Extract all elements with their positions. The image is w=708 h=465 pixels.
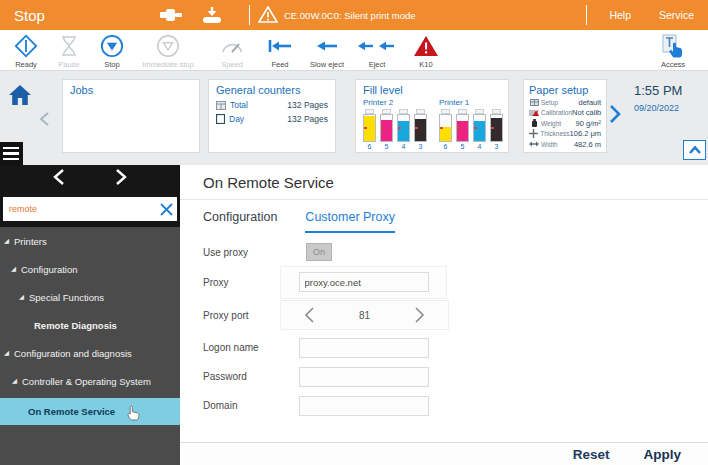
domain-input[interactable] bbox=[299, 396, 429, 416]
chevron-up-icon bbox=[688, 141, 702, 159]
service-button[interactable]: Service bbox=[659, 9, 694, 21]
sidebar-item-controller-operating-system[interactable]: ◢Controller & Operating System bbox=[0, 367, 180, 395]
stop-circle-icon bbox=[100, 34, 124, 58]
printer-2-tanks: Printer 2 6 5 4 3 bbox=[363, 98, 427, 150]
paper-setup-card[interactable]: Paper setup Setup default Calibration No… bbox=[523, 79, 607, 153]
home-icon[interactable] bbox=[8, 84, 32, 110]
time-display: 1:55 PM bbox=[634, 83, 682, 98]
help-button[interactable]: Help bbox=[609, 9, 631, 21]
tab-bar: Configuration Customer Proxy bbox=[180, 200, 708, 233]
proxy-input[interactable] bbox=[299, 272, 429, 292]
left-arrow-icon bbox=[315, 34, 339, 58]
collapse-dashboard-button[interactable] bbox=[683, 140, 706, 160]
warning-banner[interactable]: CE.00W.0C0: Silent print mode bbox=[258, 6, 415, 25]
thickness-icon bbox=[529, 129, 538, 138]
clear-search-icon[interactable] bbox=[155, 203, 177, 216]
ink-tank-cyan: 4 bbox=[473, 109, 486, 150]
access-button[interactable]: Access bbox=[648, 34, 698, 69]
paper-row-thickness: Thickness 106.2 μm bbox=[529, 129, 601, 138]
tree-expand-icon: ◢ bbox=[11, 265, 16, 273]
search-input[interactable] bbox=[3, 204, 155, 214]
day-counter-icon bbox=[216, 114, 225, 124]
ink-tank-magenta: 5 bbox=[456, 109, 469, 150]
decrement-chevron-icon[interactable] bbox=[303, 306, 315, 324]
proxy-field-panel bbox=[280, 266, 447, 299]
calibration-alert-icon bbox=[529, 109, 539, 117]
sidebar-item-configuration-and-diagnosis[interactable]: ◢Configuration and diagnosis bbox=[0, 339, 180, 367]
stop-button[interactable]: Stop bbox=[92, 34, 132, 69]
tree-expand-icon: ◢ bbox=[4, 237, 9, 245]
proxy-label: Proxy bbox=[203, 277, 280, 288]
scroll-right-chevron-icon[interactable] bbox=[608, 104, 621, 128]
ready-button[interactable]: Ready bbox=[6, 34, 46, 69]
access-hand-icon bbox=[661, 34, 685, 58]
sidebar-search-area bbox=[0, 193, 180, 227]
immediate-stop-button[interactable]: Immediate stop bbox=[132, 34, 204, 69]
tab-configuration[interactable]: Configuration bbox=[203, 210, 277, 233]
k10-alert-button[interactable]: K10 bbox=[400, 34, 452, 69]
scroll-left-chevron-icon[interactable] bbox=[38, 111, 50, 131]
warning-message: CE.00W.0C0: Silent print mode bbox=[284, 10, 415, 21]
use-proxy-label: Use proxy bbox=[203, 247, 280, 258]
topbar-divider bbox=[249, 5, 250, 25]
logon-name-label: Logon name bbox=[203, 342, 280, 353]
use-proxy-toggle[interactable]: On bbox=[306, 243, 332, 261]
feed-button[interactable]: Feed bbox=[260, 34, 300, 69]
sidebar-item-on-remote-service[interactable]: On Remote Service bbox=[0, 398, 180, 425]
form-row-logon-name: Logon name bbox=[203, 333, 708, 362]
sidebar-item-printers[interactable]: ◢Printers bbox=[0, 227, 180, 255]
jobs-card[interactable]: Jobs bbox=[62, 79, 200, 153]
ink-tank-black: 3 bbox=[414, 109, 427, 150]
printer-action-toolbar: Ready Pause Stop Immediate stop Speed bbox=[0, 30, 708, 71]
tab-customer-proxy[interactable]: Customer Proxy bbox=[305, 210, 395, 233]
nav-back-chevron-icon[interactable] bbox=[52, 168, 66, 190]
ink-tank-yellow: 6 bbox=[363, 109, 376, 150]
slow-eject-button[interactable]: Slow eject bbox=[300, 34, 354, 69]
immediate-stop-circle-icon bbox=[156, 34, 180, 58]
navigation-tree: ◢Printers ◢Configuration ◢Special Functi… bbox=[0, 227, 180, 425]
fill-level-title: Fill level bbox=[363, 84, 501, 96]
top-status-bar: Stop CE.00W.0C0: Silent print mode Help … bbox=[0, 0, 708, 30]
printer-control-screen: Stop CE.00W.0C0: Silent print mode Help … bbox=[0, 0, 708, 465]
increment-chevron-icon[interactable] bbox=[414, 306, 426, 324]
weight-icon bbox=[529, 119, 539, 127]
connector-icon[interactable] bbox=[159, 7, 183, 23]
sidebar-item-configuration[interactable]: ◢Configuration bbox=[0, 255, 180, 283]
speed-button[interactable]: Speed bbox=[204, 34, 260, 69]
pause-button[interactable]: Pause bbox=[46, 34, 92, 69]
machine-status-label: Stop bbox=[14, 7, 159, 24]
page-title: On Remote Service bbox=[180, 165, 708, 199]
speed-gauge-icon bbox=[220, 34, 244, 58]
grid-icon bbox=[529, 99, 539, 106]
ready-diamond-icon bbox=[14, 34, 38, 58]
tree-expand-icon: ◢ bbox=[4, 349, 9, 357]
hourglass-icon bbox=[59, 34, 79, 58]
download-tray-icon[interactable] bbox=[201, 7, 223, 24]
paper-setup-title: Paper setup bbox=[529, 84, 601, 96]
logon-name-input[interactable] bbox=[299, 338, 429, 358]
proxy-port-value[interactable]: 81 bbox=[359, 310, 370, 321]
apply-button[interactable]: Apply bbox=[643, 447, 681, 462]
printer-1-tanks: Printer 1 6 5 4 3 bbox=[439, 98, 503, 150]
ink-tank-magenta: 5 bbox=[380, 109, 393, 150]
reset-button[interactable]: Reset bbox=[573, 447, 610, 462]
paper-row-setup: Setup default bbox=[529, 98, 601, 107]
ink-tank-yellow: 6 bbox=[439, 109, 452, 150]
paper-row-calibration: Calibration Not calib bbox=[529, 108, 601, 117]
hand-cursor-icon bbox=[126, 404, 141, 423]
sidebar-item-special-functions[interactable]: ◢Special Functions bbox=[0, 283, 180, 311]
menu-hamburger-button[interactable] bbox=[0, 142, 23, 165]
general-counters-title: General counters bbox=[216, 84, 328, 96]
general-counters-card[interactable]: General counters Total 132 Pages Day 132… bbox=[208, 79, 336, 153]
form-row-proxy-port: Proxy port 81 bbox=[203, 299, 708, 331]
dashboard-strip: Jobs General counters Total 132 Pages Da… bbox=[0, 71, 708, 165]
nav-forward-chevron-icon[interactable] bbox=[114, 168, 128, 190]
fill-level-card[interactable]: Fill level Printer 2 6 5 4 3 Printer 1 bbox=[355, 79, 509, 153]
main-content: On Remote Service Configuration Customer… bbox=[180, 165, 708, 465]
clock-panel: 1:55 PM 09/20/2022 bbox=[634, 83, 682, 113]
ink-tank-cyan: 4 bbox=[397, 109, 410, 150]
password-input[interactable] bbox=[299, 367, 429, 387]
eject-button[interactable]: Eject bbox=[354, 34, 400, 69]
sidebar-item-remote-diagnosis[interactable]: Remote Diagnosis bbox=[0, 311, 180, 339]
topbar-divider bbox=[586, 5, 587, 25]
